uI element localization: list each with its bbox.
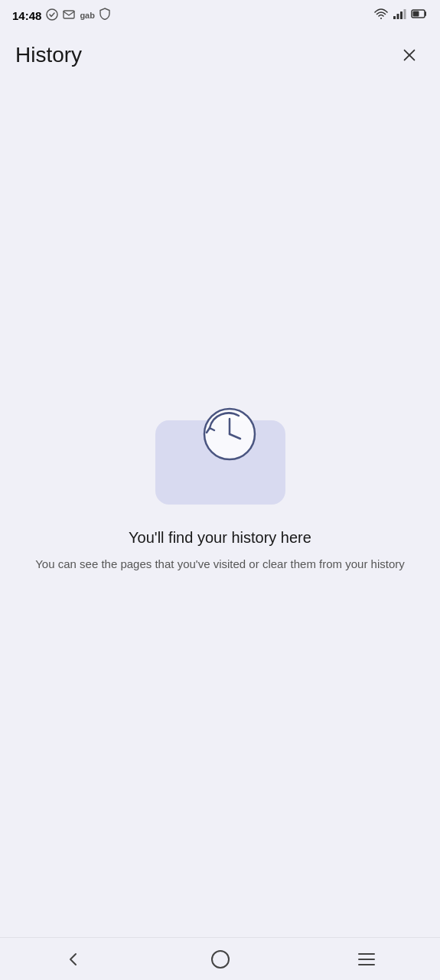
empty-state-heading: You'll find your history here	[129, 529, 311, 547]
main-content: You'll find your history here You can se…	[0, 34, 440, 937]
nav-bar	[0, 937, 440, 980]
text-icon: gab	[80, 11, 95, 20]
battery-icon	[411, 8, 428, 22]
shield-icon	[99, 8, 110, 23]
svg-rect-8	[413, 11, 419, 17]
empty-state-subtext: You can see the pages that you've visite…	[35, 556, 405, 573]
home-button[interactable]	[147, 938, 294, 980]
svg-rect-1	[64, 11, 74, 18]
svg-point-2	[380, 18, 382, 19]
clock-icon	[193, 397, 262, 466]
status-right	[374, 8, 428, 22]
wifi-icon	[374, 8, 388, 22]
email-icon	[63, 10, 75, 21]
history-illustration	[152, 397, 289, 505]
svg-rect-5	[400, 11, 403, 19]
menu-button[interactable]	[293, 938, 440, 980]
svg-point-0	[47, 9, 57, 20]
svg-rect-3	[393, 16, 396, 19]
status-left: 14:48 gab	[12, 8, 110, 23]
status-bar: 14:48 gab	[0, 0, 440, 31]
menu-icon	[357, 952, 376, 966]
home-circle-icon	[211, 950, 230, 969]
status-time: 14:48	[12, 9, 41, 22]
back-icon	[65, 951, 82, 968]
svg-rect-4	[397, 14, 399, 19]
signal-icon	[393, 8, 406, 22]
back-button[interactable]	[0, 938, 147, 980]
checkmark-icon	[46, 8, 58, 23]
svg-rect-6	[404, 9, 406, 19]
